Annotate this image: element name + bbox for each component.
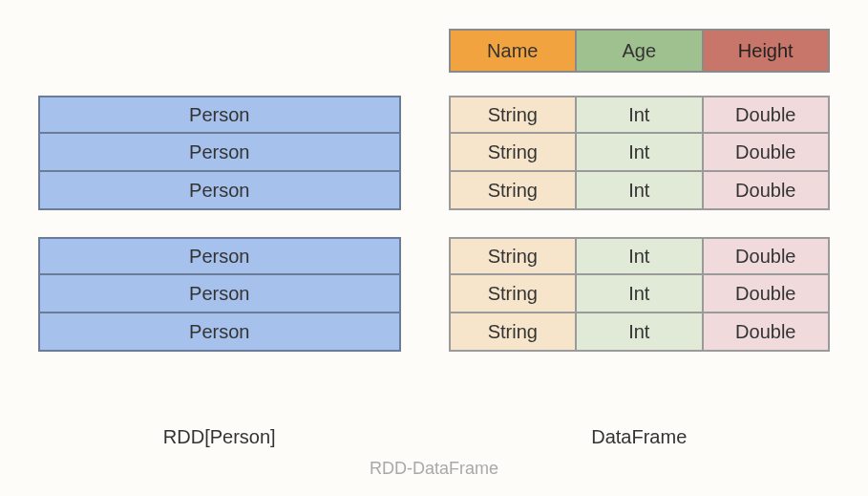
- cell-height: Double: [704, 237, 831, 275]
- diagram-container: Person Person Person Person Person Perso…: [38, 29, 830, 448]
- cell-height: Double: [704, 313, 831, 352]
- rdd-caption: RDD[Person]: [38, 426, 401, 448]
- rdd-header-spacer: [38, 29, 401, 96]
- header-age: Age: [577, 29, 704, 73]
- rdd-row: Person: [38, 96, 401, 134]
- cell-height: Double: [704, 275, 831, 313]
- dataframe-row: String Int Double: [449, 237, 830, 275]
- dataframe-column: Name Age Height String Int Double String…: [449, 29, 830, 448]
- dataframe-block-1: String Int Double String Int Double Stri…: [449, 96, 830, 210]
- figure-footer: RDD-DataFrame: [0, 459, 868, 479]
- header-name: Name: [449, 29, 578, 73]
- dataframe-row: String Int Double: [449, 96, 830, 134]
- cell-name: String: [449, 134, 578, 172]
- dataframe-block-2: String Int Double String Int Double Stri…: [449, 237, 830, 352]
- dataframe-row: String Int Double: [449, 134, 830, 172]
- rdd-column: Person Person Person Person Person Perso…: [38, 29, 401, 448]
- cell-age: Int: [577, 237, 704, 275]
- dataframe-header-row: Name Age Height: [449, 29, 830, 73]
- cell-age: Int: [577, 313, 704, 352]
- rdd-block-1: Person Person Person: [38, 96, 401, 210]
- cell-age: Int: [577, 96, 704, 134]
- rdd-row: Person: [38, 237, 401, 275]
- cell-height: Double: [704, 96, 831, 134]
- rdd-row: Person: [38, 275, 401, 313]
- rdd-block-2: Person Person Person: [38, 237, 401, 352]
- dataframe-row: String Int Double: [449, 172, 830, 210]
- rdd-row: Person: [38, 134, 401, 172]
- cell-name: String: [449, 237, 578, 275]
- dataframe-row: String Int Double: [449, 313, 830, 352]
- cell-name: String: [449, 313, 578, 352]
- cell-age: Int: [577, 172, 704, 210]
- cell-name: String: [449, 172, 578, 210]
- cell-name: String: [449, 96, 578, 134]
- cell-height: Double: [704, 172, 831, 210]
- cell-name: String: [449, 275, 578, 313]
- header-height: Height: [704, 29, 831, 73]
- cell-height: Double: [704, 134, 831, 172]
- cell-age: Int: [577, 134, 704, 172]
- rdd-row: Person: [38, 313, 401, 352]
- dataframe-caption: DataFrame: [449, 426, 830, 448]
- cell-age: Int: [577, 275, 704, 313]
- rdd-row: Person: [38, 172, 401, 210]
- dataframe-row: String Int Double: [449, 275, 830, 313]
